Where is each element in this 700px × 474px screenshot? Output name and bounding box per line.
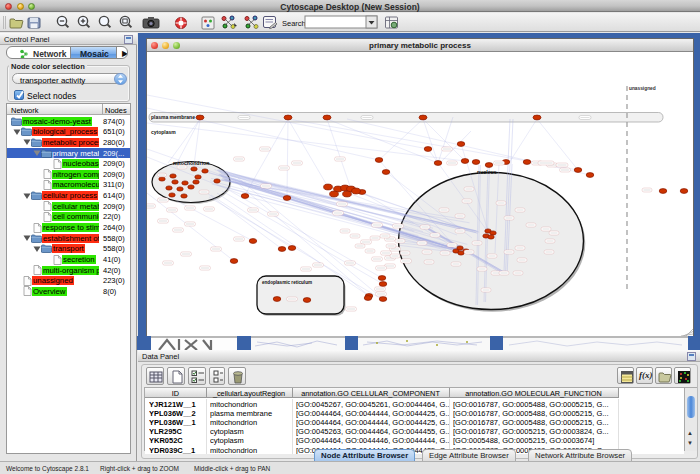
svg-text:cytoplasm: cytoplasm bbox=[151, 129, 176, 135]
svg-text:unassigned: unassigned bbox=[629, 86, 656, 91]
svg-text:plasma membrane: plasma membrane bbox=[151, 114, 195, 120]
svg-text:Search:: Search: bbox=[282, 19, 308, 28]
svg-text:nucleus: nucleus bbox=[477, 169, 497, 175]
svg-text:endoplasmic reticulum: endoplasmic reticulum bbox=[262, 280, 312, 285]
